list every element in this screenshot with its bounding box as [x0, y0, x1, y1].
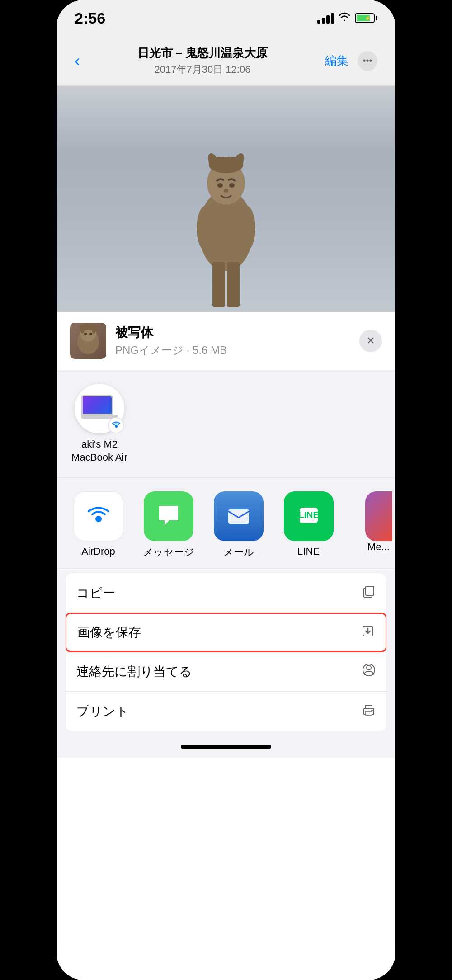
action-print[interactable]: プリント [66, 692, 386, 731]
status-time: 2:56 [75, 9, 105, 27]
action-assign-contact[interactable]: 連絡先に割り当てる [66, 652, 386, 692]
preview-name: 被写体 [115, 324, 227, 341]
partial-app-icon [365, 491, 392, 541]
svg-point-18 [84, 333, 87, 335]
svg-rect-26 [366, 586, 374, 595]
svg-point-6 [217, 183, 223, 188]
home-bar [181, 745, 271, 749]
app-item-messages[interactable]: メッセージ [136, 491, 201, 559]
action-label-assign: 連絡先に割り当てる [76, 663, 192, 680]
copy-icon [362, 584, 376, 601]
print-icon [362, 703, 376, 720]
edit-button[interactable]: 編集 [325, 53, 348, 69]
share-sheet: 被写体 PNGイメージ · 5.6 MB ✕ [56, 312, 396, 758]
more-button[interactable]: ••• [358, 51, 377, 71]
svg-point-32 [371, 710, 373, 711]
svg-point-7 [229, 183, 235, 188]
svg-rect-12 [227, 262, 240, 307]
person-icon [362, 663, 376, 680]
preview-thumbnail [70, 323, 106, 359]
device-name: aki's M2MacBook Air [71, 438, 127, 464]
svg-point-19 [89, 333, 92, 335]
device-icon-wrap [75, 384, 124, 433]
messages-app-icon [144, 491, 193, 541]
mail-icon-svg [225, 502, 253, 530]
svg-rect-22 [228, 509, 249, 524]
svg-point-9 [197, 206, 215, 251]
header-title-sub: 2017年7月30日 12:06 [137, 63, 268, 76]
macbook-screen [81, 395, 113, 415]
photo-area [56, 86, 396, 312]
action-list: コピー 画像を保存 [66, 573, 386, 731]
svg-point-28 [367, 665, 371, 670]
preview-info: 被写体 PNGイメージ · 5.6 MB [115, 324, 227, 358]
app-label-line: LINE [297, 546, 320, 557]
svg-rect-31 [366, 711, 372, 715]
statue-image [181, 140, 271, 312]
svg-point-10 [237, 206, 255, 251]
svg-text:LINE: LINE [298, 510, 319, 520]
mail-app-icon [214, 491, 264, 541]
airdrop-app-icon [74, 491, 123, 541]
airdrop-waves-icon [111, 420, 121, 430]
action-label-print: プリント [76, 703, 129, 720]
status-icons: ⚡ [317, 12, 377, 24]
download-icon [361, 624, 375, 641]
header-actions: 編集 ••• [325, 51, 377, 71]
svg-point-20 [115, 425, 118, 428]
action-save-image[interactable]: 画像を保存 [66, 612, 386, 652]
app-label-more: Me... [367, 541, 390, 553]
phone-frame: 2:56 ⚡ ‹ 日光市 – [56, 0, 396, 980]
wifi-icon [339, 12, 350, 24]
battery-icon: ⚡ [355, 13, 377, 23]
action-label-save: 画像を保存 [77, 624, 141, 641]
svg-point-8 [224, 189, 228, 193]
back-button[interactable]: ‹ [75, 52, 80, 71]
line-icon-svg: LINE [295, 502, 323, 530]
messages-icon-svg [155, 502, 183, 530]
app-item-more[interactable]: Me... [346, 491, 396, 553]
line-app-icon: LINE [284, 491, 334, 541]
signal-icon [317, 13, 334, 24]
airdrop-badge [108, 417, 124, 433]
svg-rect-11 [212, 262, 225, 307]
app-label-messages: メッセージ [143, 546, 194, 559]
airdrop-device-item[interactable]: aki's M2MacBook Air [70, 384, 129, 464]
more-icon: ••• [363, 56, 372, 66]
share-close-button[interactable]: ✕ [359, 330, 382, 352]
home-indicator [56, 736, 396, 758]
status-bar: 2:56 ⚡ [56, 0, 396, 36]
header-title-main: 日光市 – 鬼怒川温泉大原 [137, 45, 268, 61]
action-copy[interactable]: コピー [66, 573, 386, 613]
preview-left: 被写体 PNGイメージ · 5.6 MB [70, 323, 227, 359]
preview-meta: PNGイメージ · 5.6 MB [115, 343, 227, 358]
app-label-mail: メール [223, 546, 254, 559]
app-item-line[interactable]: LINE LINE [276, 491, 341, 557]
share-preview: 被写体 PNGイメージ · 5.6 MB ✕ [56, 312, 396, 370]
header-title: 日光市 – 鬼怒川温泉大原 2017年7月30日 12:06 [137, 45, 268, 76]
apps-row: AirDrop メッセージ メール [56, 482, 396, 569]
app-label-airdrop: AirDrop [81, 546, 115, 557]
airdrop-icon-svg [85, 503, 112, 530]
app-item-mail[interactable]: メール [206, 491, 271, 559]
app-item-airdrop[interactable]: AirDrop [66, 491, 131, 557]
action-label-copy: コピー [76, 584, 115, 602]
svg-point-21 [95, 516, 102, 522]
close-icon: ✕ [367, 335, 375, 347]
photo-header: ‹ 日光市 – 鬼怒川温泉大原 2017年7月30日 12:06 編集 ••• [56, 36, 396, 86]
airdrop-devices-row: aki's M2MacBook Air [56, 375, 396, 478]
